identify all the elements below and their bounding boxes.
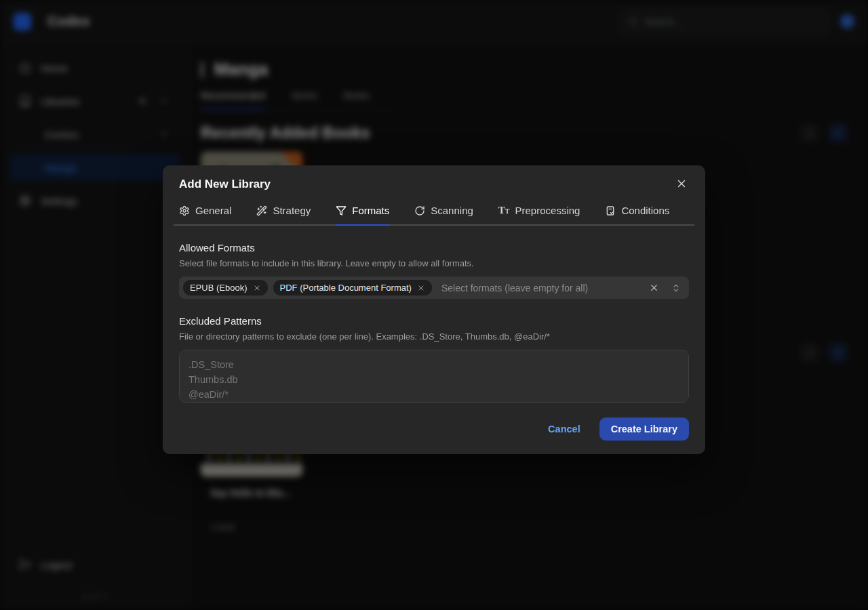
tab-formats[interactable]: Formats bbox=[336, 205, 389, 226]
tab-label: Formats bbox=[352, 205, 389, 216]
cancel-button[interactable]: Cancel bbox=[548, 424, 580, 434]
format-chip-epub: EPUB (Ebook) bbox=[183, 280, 268, 296]
close-icon bbox=[675, 178, 688, 190]
tab-label: Scanning bbox=[431, 205, 473, 216]
tab-label: Conditions bbox=[621, 205, 669, 216]
tab-label: Preprocessing bbox=[515, 205, 580, 216]
format-chip-pdf: PDF (Portable Document Format) bbox=[273, 280, 432, 296]
filter-icon bbox=[336, 205, 347, 216]
allowed-formats-label: Allowed Formats bbox=[179, 242, 689, 253]
tab-preprocessing[interactable]: TT Preprocessing bbox=[498, 205, 580, 226]
remove-chip-icon[interactable] bbox=[253, 284, 261, 292]
formats-select-placeholder[interactable]: Select formats (leave empty for all) bbox=[437, 283, 644, 293]
tab-conditions[interactable]: Conditions bbox=[605, 205, 669, 226]
gear-icon bbox=[179, 205, 190, 216]
create-library-button[interactable]: Create Library bbox=[599, 418, 689, 441]
chip-label: PDF (Portable Document Format) bbox=[280, 283, 412, 293]
wand-icon bbox=[256, 205, 267, 216]
remove-chip-icon[interactable] bbox=[417, 284, 425, 292]
excluded-patterns-label: Excluded Patterns bbox=[179, 315, 689, 327]
refresh-icon bbox=[414, 205, 425, 216]
modal-title: Add New Library bbox=[179, 178, 675, 191]
formats-multiselect[interactable]: EPUB (Ebook) PDF (Portable Document Form… bbox=[179, 277, 689, 299]
close-button[interactable] bbox=[675, 178, 689, 191]
chip-label: EPUB (Ebook) bbox=[190, 283, 248, 293]
type-icon: TT bbox=[498, 205, 510, 216]
add-library-modal: Add New Library General Strategy Formats… bbox=[163, 165, 705, 454]
tab-strategy[interactable]: Strategy bbox=[256, 205, 311, 226]
file-check-icon bbox=[605, 205, 616, 216]
excluded-patterns-helper: File or directory patterns to exclude (o… bbox=[179, 331, 689, 342]
tab-label: General bbox=[195, 205, 231, 216]
clear-all-icon[interactable] bbox=[649, 283, 659, 293]
allowed-formats-helper: Select file formats to include in this l… bbox=[179, 258, 689, 268]
tab-scanning[interactable]: Scanning bbox=[414, 205, 473, 226]
modal-tabs: General Strategy Formats Scanning TT Pre… bbox=[174, 205, 694, 226]
app-root: Codex Home Libraries bbox=[0, 0, 868, 610]
chevrons-up-down-icon[interactable] bbox=[671, 283, 681, 293]
tab-label: Strategy bbox=[273, 205, 311, 216]
tab-general[interactable]: General bbox=[179, 205, 231, 226]
excluded-patterns-textarea[interactable] bbox=[179, 350, 689, 403]
